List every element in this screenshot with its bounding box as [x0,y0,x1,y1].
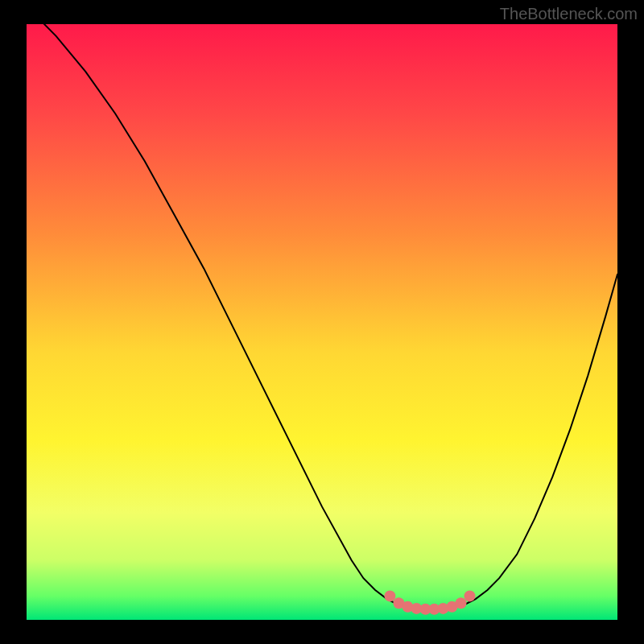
marker-valley-markers [456,597,467,609]
watermark-text: TheBottleneck.com [500,5,638,23]
bottleneck-chart: TheBottleneck.com [0,0,644,644]
marker-valley-markers [464,590,476,601]
marker-valley-markers [384,590,395,601]
chart-svg [0,0,644,644]
